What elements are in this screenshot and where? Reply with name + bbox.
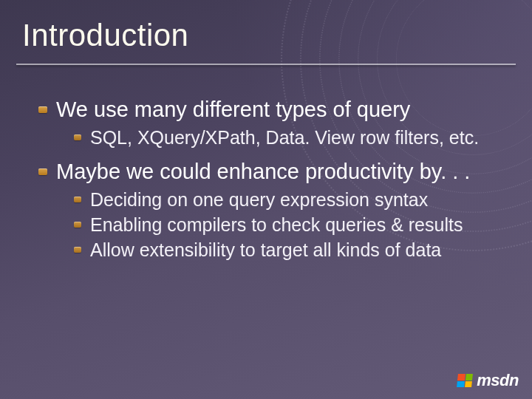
bullet-level2: Deciding on one query expression syntax [72,188,502,213]
microsoft-flag-icon [457,374,473,387]
bullet-level2: SQL, XQuery/XPath, Data. View row filter… [72,126,502,151]
bullet-level1: We use many different types of query SQL… [35,96,502,151]
bullet-level1: Maybe we could enhance productivity by. … [35,158,502,263]
slide-body: We use many different types of query SQL… [35,96,502,270]
bullet-level2: Enabling compilers to check queries & re… [72,213,502,238]
msdn-logo-text: msdn [477,371,519,390]
msdn-logo: msdn [457,371,519,390]
slide: Introduction We use many different types… [0,0,532,399]
bullet-text: Maybe we could enhance productivity by. … [56,160,470,183]
bullet-text: We use many different types of query [56,98,410,121]
bullet-level2: Allow extensibility to target all kinds … [72,238,502,263]
title-underline [16,64,516,65]
slide-title: Introduction [22,18,188,53]
